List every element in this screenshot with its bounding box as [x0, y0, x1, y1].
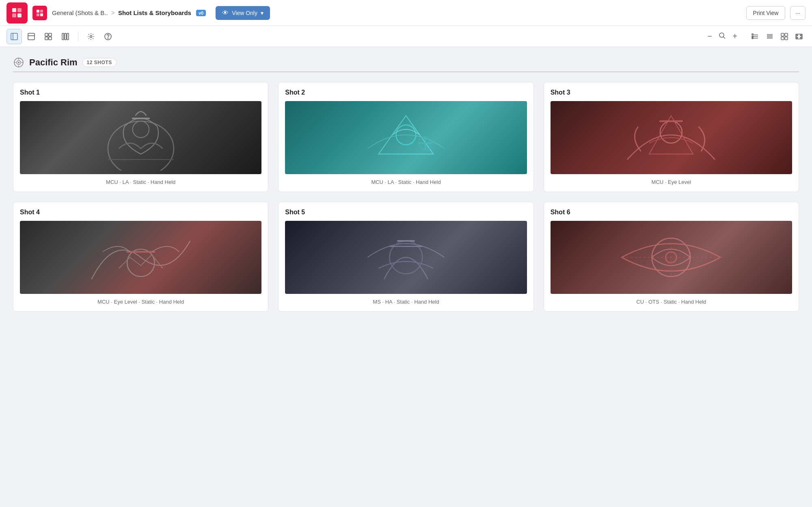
shot-image-shot4[interactable]: [20, 221, 261, 294]
chevron-down-icon: ▾: [261, 10, 263, 16]
shot-card-shot4: Shot 4 MCU · Eye Level · Static · Hand H…: [13, 202, 268, 312]
panel-view-button[interactable]: [24, 29, 39, 44]
more-options-button[interactable]: ···: [790, 6, 806, 20]
breadcrumb-current: Shot Lists & Storyboards: [118, 9, 191, 16]
version-badge: v0: [196, 10, 206, 16]
shot-card-shot3: Shot 3 MCU · Eye Level: [544, 82, 799, 192]
svg-point-21: [108, 38, 108, 38]
scene-divider: [13, 71, 799, 72]
grid-view-mode-button[interactable]: [778, 30, 791, 43]
svg-rect-10: [28, 33, 35, 40]
scene-header: Pacific Rim 12 SHOTS: [13, 57, 799, 68]
scene-icon: [13, 57, 24, 68]
filmstrip-view-button[interactable]: [793, 30, 806, 43]
list-compact-view-button[interactable]: [763, 30, 776, 43]
zoom-out-button[interactable]: −: [704, 31, 715, 42]
main-content: Pacific Rim 12 SHOTS Shot 1 MCU · LA · S…: [0, 47, 812, 507]
print-view-button[interactable]: Print View: [746, 6, 786, 20]
svg-point-52: [108, 121, 174, 171]
breadcrumb: General (Shots & B.. > Shot Lists & Stor…: [52, 9, 206, 17]
zoom-in-button[interactable]: +: [729, 31, 741, 42]
svg-rect-27: [752, 34, 753, 35]
view-only-button[interactable]: 👁 View Only ▾: [216, 6, 270, 20]
app-header: General (Shots & B.. > Shot Lists & Stor…: [0, 0, 812, 26]
list-rows-view-button[interactable]: [749, 30, 762, 43]
shot-meta-shot5: MS · HA · Static · Hand Held: [285, 299, 527, 305]
svg-line-23: [723, 37, 726, 39]
svg-rect-36: [781, 37, 784, 40]
shot-image-shot6[interactable]: [551, 221, 792, 294]
svg-rect-12: [45, 33, 48, 36]
scene-title: Pacific Rim: [29, 57, 78, 68]
svg-rect-34: [781, 33, 784, 36]
svg-point-22: [719, 33, 724, 37]
svg-rect-37: [785, 37, 788, 40]
grid-view-button[interactable]: [41, 29, 56, 44]
breadcrumb-chevron: >: [111, 9, 115, 17]
zoom-search-icon: [719, 32, 726, 41]
toolbar: − +: [0, 26, 812, 47]
shots-count-badge: 12 SHOTS: [82, 58, 117, 67]
svg-rect-3: [17, 13, 22, 17]
settings-button[interactable]: [83, 29, 99, 44]
svg-rect-2: [12, 13, 16, 17]
svg-rect-16: [62, 33, 64, 40]
svg-rect-35: [785, 33, 788, 36]
svg-point-47: [18, 62, 19, 63]
svg-rect-13: [49, 33, 52, 36]
svg-point-19: [90, 35, 92, 37]
shot-card-shot6: Shot 6 CU · OTS · Static · Hand Held: [544, 202, 799, 312]
svg-rect-44: [800, 37, 801, 38]
svg-rect-15: [49, 37, 52, 40]
svg-rect-41: [797, 35, 798, 36]
svg-rect-14: [45, 37, 48, 40]
shot-image-shot1[interactable]: [20, 101, 261, 174]
shot-image-shot3[interactable]: [551, 101, 792, 174]
shot-card-shot5: Shot 5 MS · HA · Static · Hand Held: [278, 202, 533, 312]
shot-meta-shot1: MCU · LA · Static · Hand Held: [20, 179, 261, 185]
shot-title: Shot 2: [285, 89, 527, 96]
view-only-label: View Only: [232, 10, 257, 16]
shot-title: Shot 5: [285, 209, 527, 216]
svg-rect-8: [11, 33, 17, 40]
svg-rect-42: [797, 37, 798, 38]
svg-point-53: [132, 121, 149, 138]
svg-rect-5: [40, 10, 43, 13]
zoom-controls: − +: [704, 31, 741, 42]
shot-card-shot2: Shot 2 MCU · LA · Static · Hand Held: [278, 82, 533, 192]
shot-title: Shot 1: [20, 89, 261, 96]
shot-title: Shot 6: [551, 209, 792, 216]
svg-point-56: [660, 121, 682, 143]
shot-meta-shot4: MCU · Eye Level · Static · Hand Held: [20, 299, 261, 305]
shot-title: Shot 4: [20, 209, 261, 216]
toolbar-divider: [78, 32, 78, 41]
svg-rect-4: [37, 10, 39, 13]
view-mode-buttons: [749, 30, 806, 43]
columns-view-button[interactable]: [58, 29, 73, 44]
svg-rect-6: [37, 13, 39, 16]
app-logo: [6, 2, 28, 24]
shot-meta-shot6: CU · OTS · Static · Hand Held: [551, 299, 792, 305]
shot-image-shot5[interactable]: [285, 221, 527, 294]
shot-title: Shot 3: [551, 89, 792, 96]
svg-rect-18: [67, 33, 69, 40]
svg-rect-43: [800, 35, 801, 36]
svg-rect-1: [17, 8, 22, 12]
svg-rect-17: [65, 33, 66, 40]
help-button[interactable]: [100, 29, 116, 44]
module-icon: [32, 6, 47, 20]
shot-image-shot2[interactable]: [285, 101, 527, 174]
svg-rect-0: [12, 8, 16, 12]
eye-icon: 👁: [222, 9, 229, 17]
shot-meta-shot3: MCU · Eye Level: [551, 179, 792, 185]
shot-meta-shot2: MCU · LA · Static · Hand Held: [285, 179, 527, 185]
sidebar-toggle-button[interactable]: [6, 29, 22, 44]
svg-rect-7: [40, 13, 43, 16]
shots-grid: Shot 1 MCU · LA · Static · Hand Held Sho…: [13, 82, 799, 312]
shot-card-shot1: Shot 1 MCU · LA · Static · Hand Held: [13, 82, 268, 192]
breadcrumb-parent[interactable]: General (Shots & B..: [52, 9, 108, 16]
